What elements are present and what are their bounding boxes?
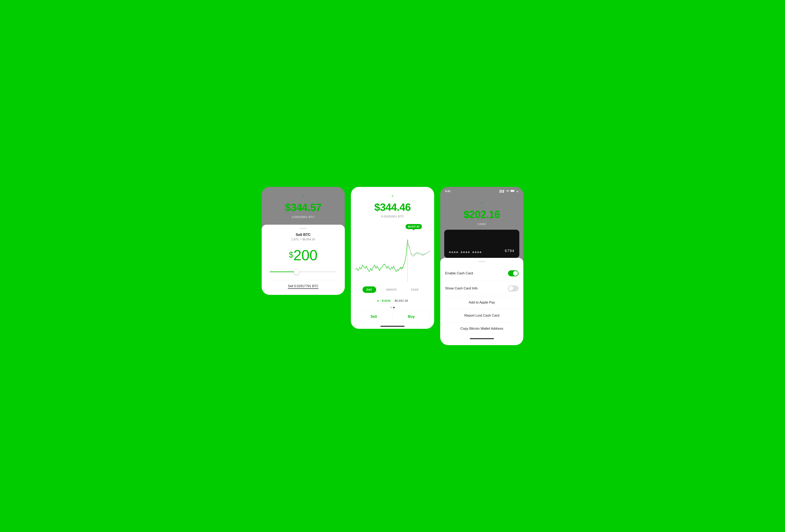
sell-title: Sell BTC	[268, 233, 339, 237]
panel2-header: ⌃ $344.46 0.05026901 BTC	[351, 187, 434, 222]
change-percent: ↑ 5.01%	[380, 299, 390, 302]
bitcoin-wallet-label: Copy Bitcoin Wallet Address	[460, 327, 503, 331]
add-apple-pay-row[interactable]: Add to Apple Pay	[445, 296, 518, 309]
panel3-header: ⌃ $202.16 CASH	[440, 194, 523, 230]
card-dots-3	[473, 251, 481, 253]
time-btn-month[interactable]: MONTH	[382, 286, 401, 293]
sheet-handle-3	[478, 261, 485, 262]
svg-rect-3	[511, 190, 514, 191]
show-cash-card-info-row: Show Cash Card Info	[445, 281, 518, 296]
app-container: ⌃ $344.57 0.05026901 BTC Sell BTC 1 BTC …	[262, 187, 523, 345]
card-dots-1	[449, 251, 458, 253]
enable-cash-card-toggle[interactable]	[508, 270, 518, 276]
toggle-knob-show	[509, 286, 513, 291]
time-selector: DAY MONTH YEAR	[351, 283, 434, 297]
btc-chart-balance: $344.46	[374, 201, 411, 213]
time-btn-day[interactable]: DAY	[362, 286, 376, 293]
panel-cash-card: 9:43 ▌▌▌ ▲	[440, 187, 523, 345]
signal-icon: ▌▌▌	[500, 190, 505, 193]
sell-footer: Sell 0.02917791 BTC	[268, 280, 339, 289]
sheet-handle	[300, 228, 307, 229]
status-time: 9:43	[445, 190, 450, 193]
chevron-up-icon[interactable]: ⌃	[301, 195, 305, 199]
status-icons: ▌▌▌ ▲	[500, 190, 518, 193]
chart-stats: ● ↑ 5.01% $6,852.38	[351, 297, 434, 304]
add-apple-pay-label: Add to Apple Pay	[469, 300, 495, 304]
battery-icon	[510, 190, 515, 193]
sell-btc-sheet: Sell BTC 1 BTC = $6,854.50 $200 Sell 0.0…	[262, 225, 345, 295]
card-dots-group	[449, 251, 481, 253]
card-dots-2	[461, 251, 470, 253]
sell-dollar-sign: $	[289, 250, 293, 259]
home-indicator-2	[380, 326, 405, 327]
btc-balance-amount: $344.57	[285, 201, 322, 213]
chevron-up-icon-2[interactable]: ⌃	[391, 195, 394, 200]
time-btn-year[interactable]: YEAR	[407, 286, 423, 293]
svg-point-1	[507, 192, 508, 192]
pagination-dots	[351, 304, 434, 311]
settings-list: Enable Cash Card Show Cash Card Info Add…	[445, 266, 518, 335]
panel-btc-chart: ⌃ $344.46 0.05026901 BTC $6,637.92 DAY M…	[351, 187, 434, 329]
cash-card-settings-sheet: Enable Cash Card Show Cash Card Info Add…	[440, 258, 523, 345]
dot-1	[390, 307, 392, 308]
amount-slider[interactable]	[268, 271, 339, 272]
slider-fill	[270, 271, 297, 272]
stat-change: ● ↑ 5.01%	[377, 299, 390, 302]
report-lost-row[interactable]: Report Lost Cash Card	[445, 309, 518, 322]
dot-2	[393, 307, 395, 308]
chevron-up-icon-3[interactable]: ⌃	[480, 202, 484, 206]
btc-balance-sub: 0.05026901 BTC	[292, 215, 314, 219]
cash-card-visual: 6794	[444, 230, 519, 258]
cash-balance-amount: $202.16	[463, 208, 500, 220]
sell-amount-value: 200	[293, 247, 318, 263]
enable-cash-card-label: Enable Cash Card	[445, 271, 473, 275]
location-icon: ▲	[516, 190, 518, 193]
card-last4: 6794	[505, 249, 514, 253]
cash-balance-label: CASH	[478, 222, 486, 226]
enable-cash-card-row: Enable Cash Card	[445, 266, 518, 281]
home-indicator-3	[470, 338, 494, 339]
show-cash-card-info-toggle[interactable]	[508, 285, 518, 291]
svg-rect-4	[514, 190, 515, 191]
slider-track	[270, 271, 337, 272]
btc-chart-svg	[355, 222, 430, 283]
panel1-header: ⌃ $344.57 0.05026901 BTC	[262, 187, 345, 225]
sell-button[interactable]: Sell	[355, 311, 392, 322]
show-cash-card-info-label: Show Cash Card Info	[445, 286, 478, 290]
wifi-icon	[506, 190, 509, 193]
buy-button[interactable]: Buy	[393, 311, 430, 322]
bitcoin-wallet-row[interactable]: Copy Bitcoin Wallet Address	[445, 322, 518, 335]
report-lost-label: Report Lost Cash Card	[464, 314, 499, 318]
status-bar: 9:43 ▌▌▌ ▲	[440, 187, 523, 194]
btc-chart-area: $6,637.92	[351, 222, 434, 283]
sell-footer-text: Sell 0.02917791 BTC	[288, 285, 319, 289]
toggle-knob-enable	[513, 271, 518, 276]
panel-sell-btc: ⌃ $344.57 0.05026901 BTC Sell BTC 1 BTC …	[262, 187, 345, 295]
btc-chart-sub: 0.05026901 BTC	[381, 215, 404, 218]
stat-price: $6,852.38	[395, 299, 408, 302]
trend-icon: ●	[377, 299, 379, 302]
trade-buttons: Sell Buy	[355, 311, 430, 323]
chart-tooltip: $6,637.92	[406, 224, 422, 229]
sell-rate: 1 BTC = $6,854.50	[268, 238, 339, 241]
slider-thumb[interactable]	[294, 269, 299, 274]
sell-amount: $200	[268, 247, 339, 264]
